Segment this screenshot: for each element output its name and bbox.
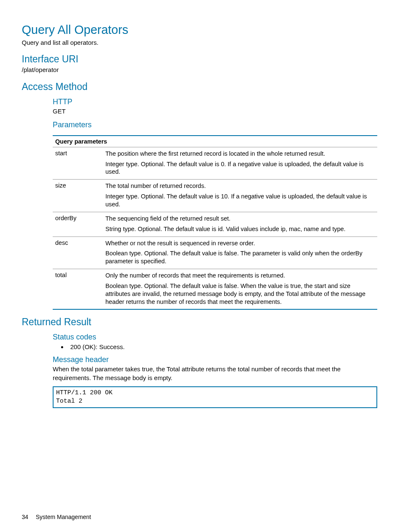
table-row: start The position where the first retur… [53,147,377,180]
param-name: start [53,147,103,180]
param-name: total [53,269,103,310]
intro-text: Query and list all operators. [22,39,377,47]
table-row: orderBy The sequencing field of the retu… [53,212,377,236]
message-header-text: When the total parameter takes true, the… [53,365,377,382]
param-desc: The sequencing field of the returned res… [103,212,377,236]
param-desc: The position where the first returned re… [103,147,377,180]
page-number: 34 [22,514,28,520]
param-desc: Whether or not the result is sequenced i… [103,236,377,269]
status-codes-heading: Status codes [53,333,377,342]
http-heading: HTTP [53,98,377,106]
status-code-item: 200 (OK): Success. [68,343,377,350]
table-row: desc Whether or not the result is sequen… [53,236,377,269]
parameters-table: Query parameters start The position wher… [53,135,377,310]
code-block: HTTP/1.1 200 OK Total 2 [53,386,377,409]
status-codes-list: 200 (OK): Success. [53,343,377,350]
table-row: size The total number of returned record… [53,180,377,212]
interface-uri-heading: Interface URI [22,54,377,65]
param-desc: The total number of returned records. In… [103,180,377,212]
table-header: Query parameters [53,136,377,147]
table-row: total Only the number of records that me… [53,269,377,310]
http-method: GET [53,107,377,116]
parameters-heading: Parameters [53,121,377,129]
page-footer: 34 System Management [22,514,91,520]
footer-section: System Management [36,514,91,520]
access-method-heading: Access Method [22,81,377,93]
param-name: orderBy [53,212,103,236]
returned-result-heading: Returned Result [22,316,377,328]
interface-uri-value: /plat/operator [22,66,377,74]
param-name: size [53,180,103,212]
param-name: desc [53,236,103,269]
page-title: Query All Operators [22,23,377,37]
param-desc: Only the number of records that meet the… [103,269,377,310]
message-header-heading: Message header [53,355,377,364]
